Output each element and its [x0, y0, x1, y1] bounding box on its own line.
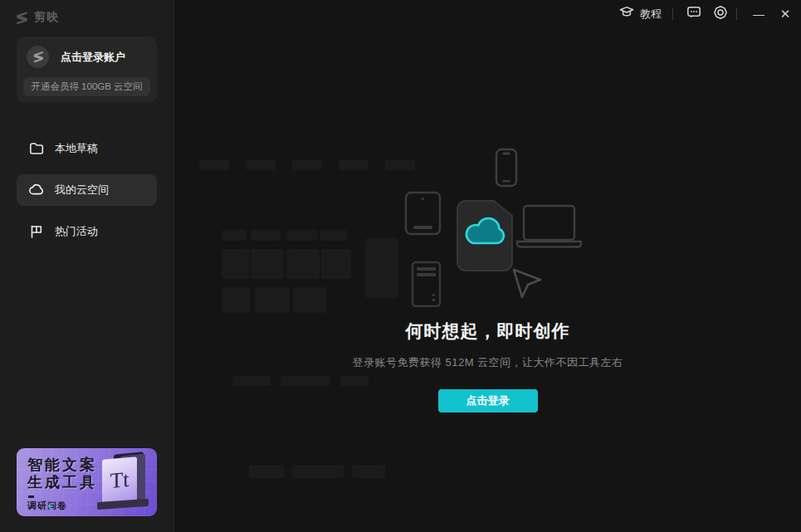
main-area: 教程	[174, 0, 801, 532]
member-promo-pill[interactable]: 开通会员得 100GB 云空间	[23, 77, 150, 96]
banner-dash	[28, 495, 34, 498]
sidebar-item-label: 我的云空间	[55, 183, 109, 198]
promo-banner-smart-copywriting[interactable]: 智能文案 生成工具 调研问卷 Tt	[17, 448, 157, 516]
sidebar: 剪映 点击登录账户 开通会员得 100GB 云空间	[0, 0, 174, 532]
app-logo-text: 剪映	[34, 10, 59, 25]
laptop-icon	[517, 206, 581, 247]
cloud-icon	[29, 183, 44, 198]
settings-button[interactable]	[711, 4, 730, 24]
sidebar-item-label: 本地草稿	[55, 141, 98, 156]
cursor-icon	[514, 270, 540, 297]
login-button[interactable]: 点击登录	[438, 389, 538, 412]
login-card-title[interactable]: 点击登录账户	[61, 50, 125, 65]
cloud-devices-illustration	[393, 148, 584, 307]
sidebar-item-label: 热门活动	[55, 224, 98, 239]
banner-title: 智能文案 生成工具	[27, 456, 97, 491]
sidebar-item-local-drafts[interactable]: 本地草稿	[17, 133, 157, 164]
desktop-tower-icon	[413, 262, 440, 306]
hero-heading: 何时想起，即时创作	[406, 320, 570, 343]
close-button[interactable]: ✕	[774, 3, 796, 25]
tablet-icon	[406, 193, 440, 234]
message-bubble-icon	[686, 5, 701, 23]
capcut-logo-icon	[14, 11, 28, 25]
banner-book-label: Tt	[110, 467, 129, 494]
titlebar-separator	[672, 8, 673, 20]
cloud-file-icon	[457, 201, 512, 271]
gear-icon	[713, 5, 728, 23]
folder-icon	[29, 141, 44, 156]
tutorial-button[interactable]: 教程	[619, 5, 662, 23]
sidebar-item-hot-activities[interactable]: 热门活动	[17, 216, 157, 247]
empty-state: 何时想起，即时创作 登录账号免费获得 512M 云空间，让大作不因工具左右 点击…	[174, 148, 801, 412]
banner-book-graphic: Tt	[92, 451, 152, 513]
capcut-window: 剪映 点击登录账户 开通会员得 100GB 云空间	[0, 0, 801, 532]
app-logo: 剪映	[0, 0, 173, 27]
banner-teal-dot	[48, 505, 51, 508]
feedback-button[interactable]	[684, 4, 704, 24]
login-card[interactable]: 点击登录账户 开通会员得 100GB 云空间	[17, 37, 157, 103]
sidebar-nav: 本地草稿 我的云空间 热门活动	[0, 133, 173, 257]
phone-icon	[496, 149, 516, 186]
member-promo-text: 开通会员得 100GB 云空间	[31, 81, 142, 93]
tutorial-label: 教程	[640, 7, 662, 22]
hero-subheading: 登录账号免费获得 512M 云空间，让大作不因工具左右	[352, 355, 623, 370]
sidebar-item-my-cloud-space[interactable]: 我的云空间	[17, 174, 157, 206]
graduation-cap-icon	[619, 5, 634, 23]
flag-icon	[29, 224, 44, 239]
titlebar-controls: 教程	[619, 0, 801, 27]
banner-subtitle: 调研问卷	[27, 500, 67, 512]
avatar[interactable]	[27, 46, 49, 68]
titlebar-separator	[736, 8, 737, 20]
minimize-button[interactable]: —	[748, 3, 769, 25]
